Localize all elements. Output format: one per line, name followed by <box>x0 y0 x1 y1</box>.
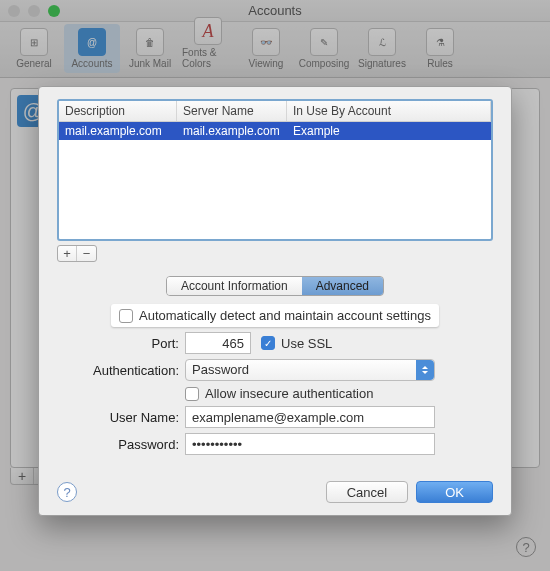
port-input[interactable] <box>185 332 251 354</box>
cancel-button[interactable]: Cancel <box>326 481 408 503</box>
remove-server-button[interactable]: − <box>77 246 96 261</box>
tab-account-information[interactable]: Account Information <box>167 277 302 295</box>
use-ssl-checkbox[interactable]: ✓ <box>261 336 275 350</box>
chevron-updown-icon <box>416 360 434 380</box>
auth-select[interactable]: Password <box>185 359 435 381</box>
use-ssl-label: Use SSL <box>281 336 332 351</box>
add-server-button[interactable]: + <box>58 246 77 261</box>
col-in-use[interactable]: In Use By Account <box>287 101 491 121</box>
username-input[interactable] <box>185 406 435 428</box>
allow-insecure-label: Allow insecure authentication <box>205 386 373 401</box>
allow-insecure-checkbox[interactable] <box>185 387 199 401</box>
username-label: User Name: <box>57 410 185 425</box>
col-description[interactable]: Description <box>59 101 177 121</box>
password-input[interactable] <box>185 433 435 455</box>
ok-button[interactable]: OK <box>416 481 493 503</box>
port-label: Port: <box>57 336 185 351</box>
help-button[interactable]: ? <box>57 482 77 502</box>
table-header: Description Server Name In Use By Accoun… <box>59 101 491 122</box>
auto-detect-label: Automatically detect and maintain accoun… <box>139 308 431 323</box>
auth-label: Authentication: <box>57 363 185 378</box>
table-row[interactable]: mail.example.com mail.example.com Exampl… <box>59 122 491 140</box>
col-server-name[interactable]: Server Name <box>177 101 287 121</box>
tab-advanced[interactable]: Advanced <box>302 277 383 295</box>
smtp-server-sheet: Description Server Name In Use By Accoun… <box>38 86 512 516</box>
auto-detect-highlight: Automatically detect and maintain accoun… <box>111 304 439 327</box>
password-label: Password: <box>57 437 185 452</box>
segment-control: Account Information Advanced <box>57 276 493 296</box>
server-table: Description Server Name In Use By Accoun… <box>57 99 493 241</box>
auto-detect-checkbox[interactable] <box>119 309 133 323</box>
